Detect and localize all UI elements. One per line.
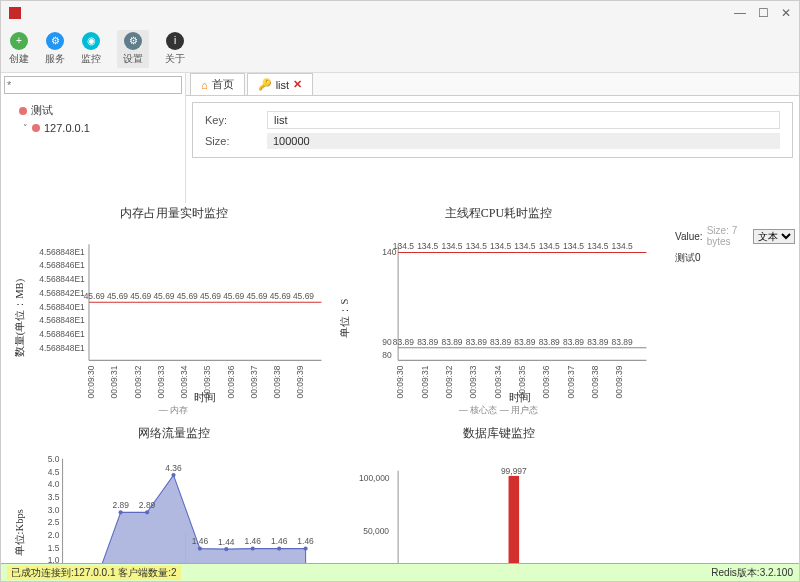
svg-rect-144 xyxy=(509,476,520,563)
tab-home-label: 首页 xyxy=(212,77,234,92)
svg-text:4.568848E1: 4.568848E1 xyxy=(39,315,85,325)
svg-text:00:09:30: 00:09:30 xyxy=(395,365,405,398)
minimize-button[interactable]: — xyxy=(734,6,746,20)
toolbar: + 创建 ⚙ 服务 ◉ 监控 ⚙ 设置 i 关于 xyxy=(1,25,799,73)
svg-text:45.69: 45.69 xyxy=(107,291,128,301)
tab-list-label: list xyxy=(276,79,289,91)
svg-point-99 xyxy=(171,473,175,477)
search-input[interactable] xyxy=(4,76,182,94)
toolbar-about-label: 关于 xyxy=(165,52,185,66)
svg-text:4.5: 4.5 xyxy=(48,466,60,476)
svg-text:83.89: 83.89 xyxy=(612,337,633,347)
chart-legend: — 核心态 — 用户态 xyxy=(340,404,657,417)
svg-text:1.46: 1.46 xyxy=(245,536,262,546)
svg-text:4.36: 4.36 xyxy=(165,462,182,472)
svg-text:2.89: 2.89 xyxy=(139,500,156,510)
tree-item-host[interactable]: ˅ 127.0.0.1 xyxy=(5,120,181,136)
maximize-button[interactable]: ☐ xyxy=(758,6,769,20)
chart-title: 内存占用量实时监控 xyxy=(15,205,332,222)
chart-db: 数据库键监控 100,000 50,000 0 533999,997 db0db… xyxy=(338,423,659,563)
svg-text:45.69: 45.69 xyxy=(293,291,314,301)
close-button[interactable]: ✕ xyxy=(781,6,791,20)
svg-text:00:09:32: 00:09:32 xyxy=(444,365,454,398)
svg-text:00:09:31: 00:09:31 xyxy=(420,365,430,398)
svg-text:83.89: 83.89 xyxy=(417,337,438,347)
toolbar-create[interactable]: + 创建 xyxy=(9,32,29,66)
svg-text:00:09:30: 00:09:30 xyxy=(86,365,96,398)
svg-text:45.69: 45.69 xyxy=(200,291,221,301)
info-icon: i xyxy=(166,32,184,50)
tree-item-test[interactable]: 测试 xyxy=(5,101,181,120)
svg-text:45.69: 45.69 xyxy=(130,291,151,301)
svg-text:134.5: 134.5 xyxy=(441,241,462,251)
tabs: ⌂ 首页 🔑 list ✕ xyxy=(186,73,799,96)
svg-text:4.568844E1: 4.568844E1 xyxy=(39,274,85,284)
tab-list[interactable]: 🔑 list ✕ xyxy=(247,73,313,95)
svg-text:4.568848E1: 4.568848E1 xyxy=(39,247,85,257)
toolbar-about[interactable]: i 关于 xyxy=(165,32,185,66)
svg-text:45.69: 45.69 xyxy=(153,291,174,301)
chart-title: 主线程CPU耗时监控 xyxy=(340,205,657,222)
svg-text:1.5: 1.5 xyxy=(48,542,60,552)
svg-text:134.5: 134.5 xyxy=(466,241,487,251)
svg-point-93 xyxy=(119,510,123,514)
svg-text:134.5: 134.5 xyxy=(587,241,608,251)
chart-title: 数据库键监控 xyxy=(340,425,657,442)
svg-text:1.0: 1.0 xyxy=(48,555,60,563)
status-right: Redis版本:3.2.100 xyxy=(711,566,793,580)
svg-text:2.89: 2.89 xyxy=(112,500,129,510)
toolbar-monitor-label: 监控 xyxy=(81,52,101,66)
svg-text:00:09:38: 00:09:38 xyxy=(272,365,282,398)
svg-text:1.46: 1.46 xyxy=(297,536,314,546)
svg-text:1.46: 1.46 xyxy=(192,536,209,546)
svg-text:83.89: 83.89 xyxy=(441,337,462,347)
value-panel: Value: Size: 7 bytes 文本 测试0 xyxy=(675,225,795,265)
svg-text:100,000: 100,000 xyxy=(359,473,390,483)
plus-icon: + xyxy=(10,32,28,50)
chart-cpu: 主线程CPU耗时监控 单位：S 140 90 80 134.5134.5134.… xyxy=(338,203,659,419)
svg-text:3.5: 3.5 xyxy=(48,492,60,502)
svg-text:45.69: 45.69 xyxy=(84,291,105,301)
size-value: 100000 xyxy=(267,133,780,149)
svg-text:4.568846E1: 4.568846E1 xyxy=(39,329,85,339)
toolbar-service[interactable]: ⚙ 服务 xyxy=(45,32,65,66)
value-hint: Size: 7 bytes xyxy=(707,225,749,247)
svg-text:83.89: 83.89 xyxy=(466,337,487,347)
svg-text:83.89: 83.89 xyxy=(393,337,414,347)
svg-text:2.5: 2.5 xyxy=(48,517,60,527)
connection-dot-icon xyxy=(32,124,40,132)
svg-text:83.89: 83.89 xyxy=(539,337,560,347)
svg-text:50,000: 50,000 xyxy=(363,526,389,536)
key-value[interactable]: list xyxy=(267,111,780,129)
svg-text:134.5: 134.5 xyxy=(539,241,560,251)
encoding-select[interactable]: 文本 xyxy=(753,229,795,244)
chart-memory: 内存占用量实时监控 数量(单位：MB) 4.568848E14.568846E1… xyxy=(13,203,334,419)
svg-text:4.0: 4.0 xyxy=(48,479,60,489)
svg-text:134.5: 134.5 xyxy=(612,241,633,251)
chart-legend: — 内存 xyxy=(15,404,332,417)
svg-text:00:09:39: 00:09:39 xyxy=(295,365,305,398)
svg-text:00:09:34: 00:09:34 xyxy=(493,365,503,398)
svg-text:45.69: 45.69 xyxy=(223,291,244,301)
tab-home[interactable]: ⌂ 首页 xyxy=(190,73,245,95)
svg-text:4.568840E1: 4.568840E1 xyxy=(39,302,85,312)
svg-text:时间: 时间 xyxy=(509,391,531,403)
key-icon: 🔑 xyxy=(258,78,272,91)
svg-text:134.5: 134.5 xyxy=(514,241,535,251)
svg-text:1.44: 1.44 xyxy=(218,537,235,547)
toolbar-service-label: 服务 xyxy=(45,52,65,66)
svg-point-102 xyxy=(198,546,202,550)
charts-overlay: 内存占用量实时监控 数量(单位：MB) 4.568848E14.568846E1… xyxy=(13,203,659,533)
svg-point-114 xyxy=(303,546,307,550)
svg-point-105 xyxy=(224,547,228,551)
toolbar-settings[interactable]: ⚙ 设置 xyxy=(117,30,149,68)
svg-text:45.69: 45.69 xyxy=(246,291,267,301)
statusbar: 已成功连接到:127.0.0.1 客户端数量:2 Redis版本:3.2.100 xyxy=(1,563,799,581)
svg-text:4.568848E1: 4.568848E1 xyxy=(39,343,85,353)
svg-text:90: 90 xyxy=(382,337,392,347)
svg-marker-86 xyxy=(68,475,306,563)
svg-text:2.0: 2.0 xyxy=(48,530,60,540)
toolbar-monitor[interactable]: ◉ 监控 xyxy=(81,32,101,66)
svg-text:99,997: 99,997 xyxy=(501,465,527,475)
close-tab-icon[interactable]: ✕ xyxy=(293,78,302,91)
